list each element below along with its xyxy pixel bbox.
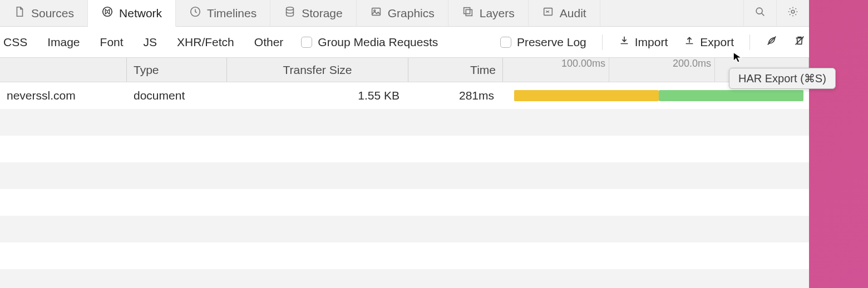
- file-icon: [13, 6, 26, 21]
- checkbox-icon: [500, 37, 511, 48]
- cell-name: neverssl.com: [0, 82, 127, 109]
- upload-icon: [683, 34, 696, 49]
- clock-icon: [189, 6, 201, 21]
- table-body: neverssl.comdocument1.55 KB281ms: [0, 82, 809, 288]
- svg-point-2: [287, 7, 294, 11]
- search-button[interactable]: [743, 0, 776, 26]
- waterfall-tick: 200.0ms: [673, 58, 714, 69]
- search-icon: [754, 6, 766, 21]
- tab-label: Timelines: [207, 7, 257, 20]
- cell-size: 1.55 KB: [227, 82, 408, 109]
- tab-label: Layers: [480, 7, 515, 20]
- checkbox-icon: [301, 37, 312, 48]
- import-button[interactable]: Import: [618, 34, 668, 49]
- trash-icon: [793, 34, 806, 49]
- tab-label: Audit: [560, 7, 586, 20]
- tab-sources[interactable]: Sources: [0, 0, 88, 26]
- table-header: Type Transfer Size Time 100.00ms200.0ms: [0, 58, 809, 82]
- filter-image[interactable]: Image: [45, 36, 82, 49]
- separator: [602, 34, 603, 50]
- col-label: Type: [134, 63, 159, 77]
- cell-type: document: [127, 82, 227, 109]
- separator: [749, 34, 750, 50]
- col-transfer-size[interactable]: Transfer Size: [227, 58, 408, 82]
- clear-button[interactable]: [793, 34, 806, 49]
- group-media-checkbox[interactable]: Group Media Requests: [301, 36, 438, 49]
- tab-label: Network: [119, 7, 162, 20]
- tab-storage[interactable]: Storage: [270, 0, 357, 26]
- tooltip-text: HAR Export (⌘S): [738, 72, 826, 85]
- tab-audit[interactable]: Audit: [529, 0, 600, 26]
- gear-icon: [787, 6, 799, 21]
- layers-icon: [462, 6, 474, 21]
- tab-label: Sources: [31, 7, 74, 20]
- download-icon: [618, 34, 630, 49]
- filter-js[interactable]: JS: [141, 36, 160, 49]
- export-button[interactable]: Export: [683, 34, 734, 49]
- svg-point-8: [756, 8, 762, 14]
- network-icon: [101, 6, 114, 21]
- waterfall-bar: [659, 90, 803, 101]
- checkbox-label: Preserve Log: [517, 36, 586, 49]
- tab-network[interactable]: Network: [88, 0, 176, 27]
- filter-xhr[interactable]: XHR/Fetch: [175, 36, 236, 49]
- col-label: Time: [470, 63, 496, 77]
- tab-graphics[interactable]: Graphics: [357, 0, 448, 26]
- main-tabbar: Sources Network Timelines Storage Graphi…: [0, 0, 809, 27]
- settings-button[interactable]: [776, 0, 809, 26]
- svg-rect-6: [466, 9, 472, 16]
- tab-label: Storage: [302, 7, 343, 20]
- svg-rect-5: [463, 8, 470, 14]
- filter-font[interactable]: Font: [98, 36, 126, 49]
- export-tooltip: HAR Export (⌘S): [729, 68, 836, 89]
- cell-time: 281ms: [408, 82, 503, 109]
- audit-icon: [542, 6, 554, 21]
- table-row[interactable]: neverssl.comdocument1.55 KB281ms: [0, 82, 809, 109]
- storage-icon: [284, 6, 296, 21]
- filter-css[interactable]: CSS: [1, 36, 29, 49]
- button-label: Import: [635, 36, 668, 49]
- image-icon: [370, 6, 382, 21]
- col-name[interactable]: [0, 58, 127, 82]
- svg-point-9: [791, 10, 795, 13]
- waterfall-bar: [514, 90, 659, 101]
- svg-point-0: [103, 7, 112, 17]
- col-label: Transfer Size: [283, 63, 352, 77]
- button-label: Export: [700, 36, 734, 49]
- checkbox-label: Group Media Requests: [318, 36, 438, 49]
- disable-cache-button[interactable]: [766, 34, 778, 49]
- tab-timelines[interactable]: Timelines: [176, 0, 270, 26]
- devtools-panel: Sources Network Timelines Storage Graphi…: [0, 0, 809, 288]
- tabbar-spacer: [600, 0, 743, 26]
- preserve-log-checkbox[interactable]: Preserve Log: [500, 36, 586, 49]
- waterfall-tick: 100.00ms: [561, 58, 609, 69]
- col-time[interactable]: Time: [408, 58, 503, 82]
- network-toolbar: CSS Image Font JS XHR/Fetch Other Group …: [0, 27, 809, 58]
- col-type[interactable]: Type: [127, 58, 227, 82]
- filter-other[interactable]: Other: [252, 36, 286, 49]
- svg-rect-3: [372, 8, 380, 16]
- tab-layers[interactable]: Layers: [448, 0, 529, 26]
- leaf-slash-icon: [766, 34, 778, 49]
- tab-label: Graphics: [388, 7, 435, 20]
